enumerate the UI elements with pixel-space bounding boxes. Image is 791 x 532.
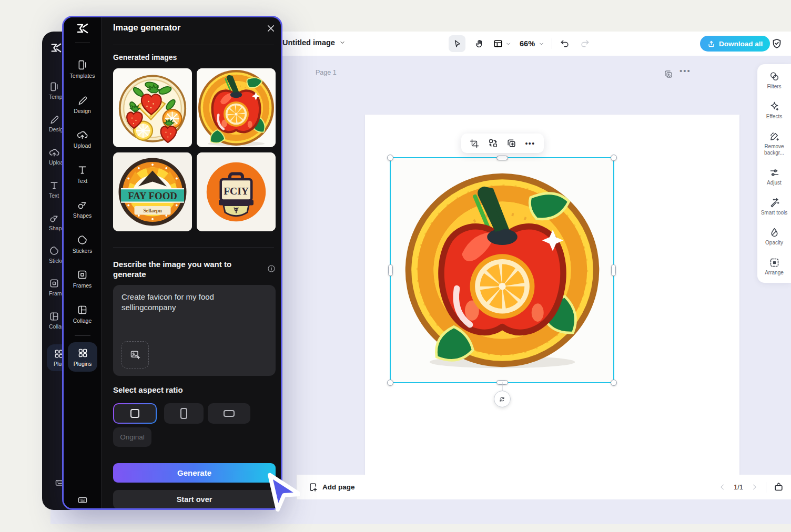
aspect-original-button[interactable]: Original (113, 427, 151, 447)
sidebar-item-text[interactable]: Text (49, 180, 59, 199)
resize-handle-nw[interactable] (387, 155, 393, 161)
resize-handle-se[interactable] (611, 380, 617, 386)
sidebar-item-collage[interactable]: Collage (64, 304, 101, 324)
portrait-ratio-icon (180, 408, 187, 419)
close-icon[interactable] (266, 24, 276, 33)
pager-divider (766, 482, 766, 493)
text-icon (49, 180, 59, 191)
resize-handle-e[interactable] (611, 264, 616, 276)
panel-title: Image generator (113, 23, 180, 33)
document-title-menu[interactable]: Untitled image (282, 38, 346, 47)
shapes-icon (77, 199, 88, 210)
page-more-icon[interactable]: ••• (680, 66, 691, 75)
prev-page-icon[interactable] (718, 483, 726, 491)
hand-tool-button[interactable] (471, 35, 488, 52)
replace-icon[interactable] (488, 138, 498, 148)
tool-arrange[interactable]: Arrange (758, 257, 790, 276)
start-over-button[interactable]: Start over (113, 490, 276, 509)
tool-adjust[interactable]: Adjust (758, 167, 790, 186)
panel-sidebar: Templates Design Upload Text Shapes Stic… (64, 17, 102, 508)
tool-smart-tools[interactable]: Smart tools (758, 197, 790, 216)
adjust-icon (769, 167, 780, 178)
keyboard-icon[interactable] (77, 495, 88, 505)
info-icon[interactable] (267, 264, 276, 273)
resize-handle-sw[interactable] (387, 380, 393, 386)
shield-check-icon[interactable] (771, 38, 783, 49)
add-page-button[interactable]: Add page (308, 482, 355, 492)
tool-label: Effects (766, 114, 782, 120)
sidebar-item-label: Stickers (73, 248, 92, 254)
resize-handle-n[interactable] (496, 156, 508, 160)
sidebar-item-upload[interactable]: Upload (64, 129, 101, 149)
tool-effects[interactable]: Effects (758, 101, 790, 120)
crop-icon[interactable] (470, 139, 479, 148)
generated-thumbnail-apple-coin[interactable] (197, 68, 276, 147)
page-image-icon[interactable] (664, 69, 673, 79)
collage-icon (77, 304, 88, 315)
prompt-textarea[interactable]: Create favicon for my food sellingcompan… (113, 285, 276, 376)
rotate-handle[interactable] (494, 391, 511, 407)
duplicate-icon[interactable] (506, 138, 516, 148)
select-tool-button[interactable] (449, 35, 465, 52)
prompt-label: Describe the image you want to generate (113, 260, 250, 280)
resize-handle-w[interactable] (388, 264, 393, 276)
zoom-control[interactable]: 66% (520, 39, 544, 48)
apple-coin-artwork (197, 68, 276, 147)
toolbar-divider (552, 38, 552, 49)
rotate-icon (498, 395, 506, 403)
aspect-square-button[interactable] (113, 403, 157, 424)
image-context-toolbar: ••• (461, 134, 544, 153)
sidebar-item-label: Text (77, 178, 87, 184)
sidebar-item-plugins[interactable]: Plugins (68, 342, 97, 372)
zoom-level: 66% (520, 39, 535, 48)
hand-icon (474, 39, 484, 49)
sidebar-item-label: Collage (73, 318, 92, 324)
tool-label: Smart tools (761, 210, 788, 216)
generated-images-heading: Generated images (113, 53, 177, 62)
resize-handle-ne[interactable] (611, 155, 617, 161)
sidebar-item-shapes[interactable]: Shapes (64, 199, 101, 219)
next-page-icon[interactable] (751, 483, 758, 491)
undo-icon[interactable] (560, 38, 570, 49)
sidebar-item-label: Text (49, 192, 59, 199)
generated-thumbnail-fruit-plate[interactable] (113, 68, 192, 147)
upload-icon (77, 129, 88, 140)
download-all-label: Download all (719, 40, 763, 48)
tool-label: Arrange (765, 270, 784, 276)
redo-icon[interactable] (580, 38, 590, 49)
sidebar-item-frames[interactable]: Frames (64, 269, 101, 289)
tool-filters[interactable]: Filters (758, 71, 790, 90)
generated-thumbnail-fay-food-badge[interactable]: FAY FOOD Sellaepn (113, 152, 192, 231)
templates-icon (77, 59, 88, 70)
generated-thumbnail-bag-monogram[interactable]: FCIY (197, 152, 276, 231)
sidebar-divider (75, 335, 90, 336)
layout-tool-button[interactable] (493, 38, 511, 49)
sidebar-item-text[interactable]: Text (64, 165, 101, 184)
more-options-icon[interactable]: ••• (525, 139, 535, 148)
remove-background-icon (769, 131, 780, 142)
sidebar-item-stickers[interactable]: Stickers (64, 234, 101, 254)
present-icon[interactable] (774, 482, 784, 492)
aspect-portrait-button[interactable] (164, 403, 204, 424)
download-all-button[interactable]: Download all (700, 36, 770, 52)
panel-content: Image generator Generated images (102, 17, 281, 508)
generate-button[interactable]: Generate (113, 463, 276, 483)
tool-label: Opacity (765, 240, 783, 246)
sidebar-item-label: Frames (73, 282, 92, 289)
upload-icon (49, 147, 59, 158)
document-title: Untitled image (282, 38, 335, 47)
apple-coin-image[interactable] (391, 158, 613, 382)
aspect-landscape-button[interactable] (208, 403, 250, 424)
stickers-icon (49, 245, 59, 256)
sidebar-item-design[interactable]: Design (64, 95, 101, 114)
shapes-icon (49, 213, 59, 223)
chevron-down-icon (505, 41, 511, 47)
landscape-ratio-icon (224, 410, 235, 417)
add-image-icon (130, 350, 140, 360)
selected-image-frame[interactable] (390, 157, 614, 383)
add-reference-image-button[interactable] (121, 341, 149, 369)
plugins-icon (77, 347, 88, 359)
tool-opacity[interactable]: Opacity (758, 227, 790, 246)
sidebar-item-templates[interactable]: Templates (64, 59, 101, 79)
tool-remove-background[interactable]: Remove backgr... (758, 131, 790, 156)
